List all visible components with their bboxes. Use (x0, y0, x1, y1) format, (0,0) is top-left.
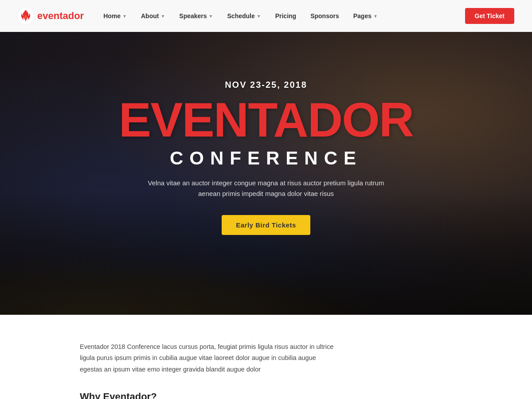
about-section: Eventador 2018 Conference lacus cursus p… (0, 315, 532, 399)
nav-pages[interactable]: Pages ▼ (347, 9, 384, 23)
why-eventador-heading: Why Eventador? (80, 391, 452, 399)
early-bird-tickets-button[interactable]: Early Bird Tickets (222, 215, 310, 235)
logo-text: eventador (37, 10, 84, 22)
get-ticket-button[interactable]: Get Ticket (465, 8, 514, 24)
about-description: Eventador 2018 Conference lacus cursus p… (80, 341, 337, 375)
event-name: EVENTADOR (119, 95, 413, 144)
about-dropdown-arrow: ▼ (160, 14, 165, 19)
hero-description: Velna vitae an auctor integer congue mag… (142, 178, 390, 199)
event-subtitle: CONFERENCE (119, 148, 413, 169)
hero-content: NOV 23-25, 2018 EVENTADOR CONFERENCE Vel… (110, 80, 422, 235)
navbar: eventador Home ▼ About ▼ Speakers ▼ Sche… (0, 0, 532, 32)
nav-pricing[interactable]: Pricing (269, 9, 302, 23)
logo[interactable]: eventador (18, 8, 84, 24)
hero-section: NOV 23-25, 2018 EVENTADOR CONFERENCE Vel… (0, 0, 532, 315)
logo-icon (18, 8, 34, 24)
nav-about[interactable]: About ▼ (135, 9, 171, 23)
event-date: NOV 23-25, 2018 (119, 80, 413, 90)
nav-schedule[interactable]: Schedule ▼ (221, 9, 267, 23)
nav-sponsors[interactable]: Sponsors (304, 9, 345, 23)
home-dropdown-arrow: ▼ (122, 14, 127, 19)
nav-home[interactable]: Home ▼ (97, 9, 133, 23)
pages-dropdown-arrow: ▼ (373, 14, 378, 19)
speakers-dropdown-arrow: ▼ (209, 14, 213, 19)
nav-links: Home ▼ About ▼ Speakers ▼ Schedule ▼ Pri… (97, 9, 465, 23)
nav-speakers[interactable]: Speakers ▼ (173, 9, 219, 23)
schedule-dropdown-arrow: ▼ (257, 14, 261, 19)
